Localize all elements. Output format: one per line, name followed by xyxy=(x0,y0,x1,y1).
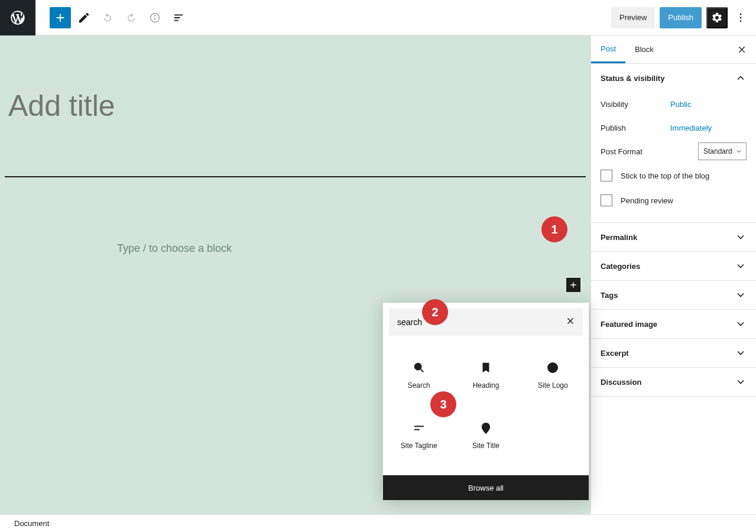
editor-canvas[interactable]: Type / to choose a block 1 2 Search xyxy=(0,35,590,514)
tools-button[interactable] xyxy=(73,7,95,28)
panel-title: Categories xyxy=(601,262,640,271)
annotation-1: 1 xyxy=(541,216,567,242)
panel-tags[interactable]: Tags xyxy=(591,281,756,309)
panel-title: Featured image xyxy=(601,320,657,329)
panel-permalink[interactable]: Permalink xyxy=(591,223,756,251)
toggle-inserter-button[interactable] xyxy=(50,7,71,28)
chevron-down-icon xyxy=(735,231,747,243)
wordpress-logo[interactable] xyxy=(0,0,35,35)
bookmark-icon xyxy=(479,361,492,374)
visibility-label: Visibility xyxy=(601,100,670,109)
browse-all-button[interactable]: Browse all xyxy=(383,475,589,500)
panel-title: Tags xyxy=(601,291,618,300)
panel-title: Discussion xyxy=(601,378,641,387)
undo-button[interactable] xyxy=(97,7,118,28)
block-option-label: Search xyxy=(408,381,430,390)
breadcrumb-document[interactable]: Document xyxy=(14,519,49,528)
svg-point-11 xyxy=(414,364,421,370)
visibility-value[interactable]: Public xyxy=(670,100,691,109)
svg-line-12 xyxy=(420,369,423,372)
block-option-site-title[interactable]: Site Title xyxy=(452,406,519,466)
panel-discussion[interactable]: Discussion xyxy=(591,368,756,396)
close-sidebar-button[interactable] xyxy=(728,35,756,63)
panel-categories[interactable]: Categories xyxy=(591,252,756,280)
block-option-site-logo[interactable]: Site Logo xyxy=(520,345,586,406)
inline-add-block-button[interactable] xyxy=(566,278,580,292)
block-option-heading[interactable]: Heading xyxy=(452,345,519,406)
block-option-label: Site Tagline xyxy=(401,442,437,450)
block-inserter-popover: 2 Search Heading Site Logo Site Tagline xyxy=(383,303,589,500)
block-option-label: Site Logo xyxy=(538,381,568,390)
list-view-icon xyxy=(172,11,185,24)
undo-icon xyxy=(101,11,114,24)
pending-review-label: Pending review xyxy=(621,196,673,205)
chevron-down-icon xyxy=(735,289,747,301)
post-title-input[interactable] xyxy=(5,35,586,123)
panel-status-visibility[interactable]: Status & visibility xyxy=(591,64,756,92)
chevron-down-icon xyxy=(735,318,747,330)
plus-icon xyxy=(54,11,67,24)
panel-title: Status & visibility xyxy=(601,74,664,83)
close-icon xyxy=(565,316,576,326)
annotation-3: 3 xyxy=(430,391,456,417)
site-logo-icon xyxy=(546,361,559,374)
block-search-input[interactable] xyxy=(389,309,583,336)
tagline-icon xyxy=(413,421,426,434)
publish-button[interactable]: Publish xyxy=(660,7,702,28)
redo-button[interactable] xyxy=(121,7,142,28)
chevron-down-icon xyxy=(735,347,747,359)
more-menu-button[interactable] xyxy=(732,7,749,28)
clear-search-button[interactable] xyxy=(565,316,576,328)
chevron-down-icon xyxy=(735,260,747,272)
stick-checkbox[interactable] xyxy=(601,170,612,181)
details-button[interactable] xyxy=(144,7,166,28)
pin-icon xyxy=(479,421,492,434)
plus-icon xyxy=(569,280,578,290)
close-icon xyxy=(737,45,747,54)
stick-label: Stick to the top of the blog xyxy=(621,171,709,180)
tab-block[interactable]: Block xyxy=(625,35,663,63)
outline-button[interactable] xyxy=(168,7,189,28)
pending-review-checkbox[interactable] xyxy=(601,194,612,206)
block-option-label: Heading xyxy=(473,381,499,390)
block-option-label: Site Title xyxy=(472,442,499,450)
publish-date-label: Publish xyxy=(601,124,670,132)
panel-title: Permalink xyxy=(601,233,637,242)
tab-post[interactable]: Post xyxy=(591,35,625,63)
post-format-select[interactable]: Standard xyxy=(698,142,747,160)
svg-point-6 xyxy=(740,13,742,15)
post-format-label: Post Format xyxy=(601,147,643,156)
svg-point-7 xyxy=(740,17,742,18)
panel-title: Excerpt xyxy=(601,349,629,358)
svg-point-2 xyxy=(154,15,155,15)
panel-featured-image[interactable]: Featured image xyxy=(591,310,756,338)
redo-icon xyxy=(125,11,138,24)
info-icon xyxy=(148,11,161,24)
chevron-down-icon xyxy=(735,148,742,155)
title-underline xyxy=(5,176,586,177)
settings-sidebar: Post Block Status & visibility Visibilit… xyxy=(590,35,756,514)
search-icon xyxy=(413,361,426,374)
post-format-value: Standard xyxy=(703,147,732,155)
pencil-icon xyxy=(77,11,90,24)
svg-point-16 xyxy=(485,426,488,429)
body-placeholder[interactable]: Type / to choose a block xyxy=(117,242,586,255)
chevron-down-icon xyxy=(735,376,747,388)
chevron-up-icon xyxy=(735,72,747,84)
dots-vertical-icon xyxy=(735,12,747,24)
svg-point-8 xyxy=(740,20,742,22)
settings-button[interactable] xyxy=(706,7,728,28)
panel-excerpt[interactable]: Excerpt xyxy=(591,339,756,367)
gear-icon xyxy=(711,12,723,24)
annotation-2: 2 xyxy=(422,299,448,325)
publish-date-value[interactable]: Immediately xyxy=(670,124,712,132)
preview-button[interactable]: Preview xyxy=(611,7,655,28)
